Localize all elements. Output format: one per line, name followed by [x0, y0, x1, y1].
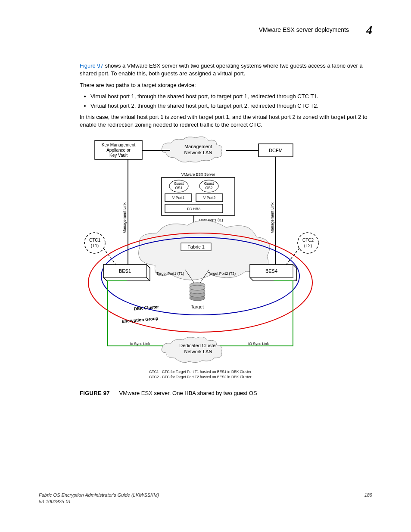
- kma-line2: Appliance or: [106, 148, 131, 152]
- ctc1a: CTC1: [89, 238, 101, 243]
- bes4: BES4: [265, 268, 277, 274]
- note2: CTC2 - CTC for Target Port T2 hosted on …: [149, 375, 251, 379]
- dc2: Network LAN: [184, 349, 212, 354]
- svg-point-16: [298, 233, 318, 253]
- page-number: 189: [364, 492, 372, 505]
- io2: IO Sync Link: [248, 342, 269, 346]
- paragraph-1-text: shows a VMware ESX server with two guest…: [80, 62, 363, 77]
- doc-number: 53-1002925-01: [39, 498, 159, 505]
- svg-point-14: [84, 233, 105, 253]
- figure-reference-link[interactable]: Figure 97: [80, 62, 103, 69]
- svg-point-37: [190, 285, 205, 290]
- page-footer: Fabric OS Encryption Administrator's Gui…: [39, 492, 372, 505]
- bullet-item-1: Virtual host port 1, through the shared …: [90, 93, 372, 100]
- guest1b: OS1: [175, 186, 182, 190]
- doc-title: Fabric OS Encryption Administrator's Gui…: [39, 492, 159, 498]
- bullet-list: Virtual host port 1, through the shared …: [90, 93, 372, 110]
- guest2a: Guest: [204, 181, 214, 186]
- figure-97: Key Management Appliance or Key Vault Ma…: [80, 136, 372, 397]
- paragraph-3: In this case, the virtual host port 1 is…: [80, 113, 372, 129]
- figure-caption-text: VMware ESX server, One HBA shared by two…: [119, 390, 257, 396]
- diagram-svg: Key Management Appliance or Key Vault Ma…: [80, 136, 321, 386]
- guest1a: Guest: [174, 181, 184, 186]
- tp1: Target Port1 (T1): [156, 271, 184, 276]
- dcfm-label: DCFM: [269, 148, 283, 153]
- svg-line-17: [286, 248, 299, 265]
- ctc1b: (T1): [91, 243, 99, 248]
- bes1: BES1: [119, 268, 131, 274]
- page-header: VMware ESX server deployments 4: [39, 22, 372, 38]
- vport1: V-Port1: [172, 196, 185, 200]
- mgmt-lan-2: Network LAN: [184, 150, 212, 155]
- ctc2a: CTC2: [302, 238, 314, 243]
- section-title: VMware ESX server deployments: [259, 26, 349, 34]
- target-icon: [190, 283, 205, 301]
- io1: Io Sync Link: [130, 342, 150, 346]
- note1: CTC1 - CTC for Target Port T1 hosted on …: [149, 370, 251, 374]
- mgmt-link-right: Management Link: [270, 202, 274, 233]
- mgmt-lan-1: Management: [184, 144, 212, 149]
- vport2: V-Port2: [203, 196, 216, 200]
- main-content: Figure 97 shows a VMware ESX server with…: [80, 62, 372, 397]
- dc1: Dedicated Cluster: [179, 343, 217, 348]
- fchba: FC HBA: [187, 207, 201, 211]
- esx-label: VMware ESX Server: [181, 172, 215, 177]
- eg-label: Encryption Group: [121, 316, 159, 324]
- paragraph-2: There are two paths to a target storage …: [80, 81, 372, 89]
- kma-line1: Key Management: [102, 143, 136, 147]
- tp2: Target Port2 (T2): [208, 271, 236, 276]
- dek-label: DEK Cluster: [134, 304, 159, 311]
- kma-line3: Key Vault: [109, 153, 128, 158]
- figure-caption: FIGURE 97 VMware ESX server, One HBA sha…: [80, 389, 372, 397]
- ctc2b: (T2): [304, 243, 312, 248]
- figure-label: FIGURE 97: [80, 390, 110, 396]
- guest2b: OS2: [205, 186, 212, 190]
- footer-left: Fabric OS Encryption Administrator's Gui…: [39, 492, 159, 505]
- target-label: Target: [191, 304, 204, 309]
- paragraph-1: Figure 97 shows a VMware ESX server with…: [80, 62, 372, 78]
- fabric-label: Fabric 1: [187, 244, 205, 249]
- bullet-item-2: Virtual host port 2, through the shared …: [90, 102, 372, 110]
- mgmt-link-left: Management Link: [122, 202, 127, 233]
- chapter-number: 4: [366, 22, 372, 38]
